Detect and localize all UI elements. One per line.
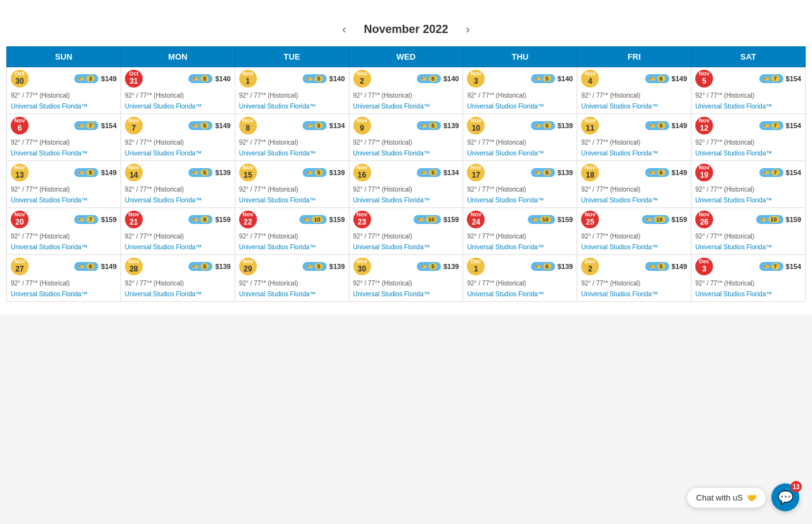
day-number: 3 <box>702 265 707 273</box>
park-link[interactable]: Universal Studios Florida™ <box>353 197 430 204</box>
ticket-badge[interactable]: 🎫5 <box>303 74 327 83</box>
ticket-badge[interactable]: 🎫5 <box>531 74 555 83</box>
park-link[interactable]: Universal Studios Florida™ <box>11 291 88 298</box>
park-link[interactable]: Universal Studios Florida™ <box>695 197 772 204</box>
day-number: 12 <box>700 124 708 133</box>
ticket-badge[interactable]: 🎫10 <box>756 215 783 224</box>
park-link[interactable]: Universal Studios Florida™ <box>353 103 430 110</box>
park-link[interactable]: Universal Studios Florida™ <box>239 103 316 110</box>
month-label: Nov <box>242 71 253 77</box>
day-number: 16 <box>358 171 366 180</box>
cell-top: Dec 2 🎫5 $149 <box>577 255 691 278</box>
calendar-cell: Nov 18 🎫6 $149 92° / 77°* (Historical) U… <box>577 161 691 208</box>
park-link[interactable]: Universal Studios Florida™ <box>125 291 202 298</box>
day-number: 13 <box>15 171 23 180</box>
park-link[interactable]: Universal Studios Florida™ <box>467 150 544 157</box>
cell-weather: 92° / 77°* (Historical) <box>235 184 349 195</box>
date-badge: Nov 7 <box>125 117 143 134</box>
park-link[interactable]: Universal Studios Florida™ <box>11 197 88 204</box>
park-link[interactable]: Universal Studios Florida™ <box>353 244 430 251</box>
ticket-badge[interactable]: 🎫6 <box>531 262 555 271</box>
park-link[interactable]: Universal Studios Florida™ <box>581 197 658 204</box>
ticket-icon: 🎫 <box>763 170 769 176</box>
ticket-badge[interactable]: 🎫7 <box>74 215 98 224</box>
park-link[interactable]: Universal Studios Florida™ <box>125 103 202 110</box>
ticket-badge[interactable]: 🎫5 <box>188 262 213 271</box>
day-number: 3 <box>474 77 478 86</box>
day-number: 19 <box>700 171 708 180</box>
month-label: Nov <box>128 259 139 265</box>
next-month-button[interactable]: › <box>461 20 475 39</box>
ticket-badge[interactable]: 🎫5 <box>645 121 669 130</box>
ticket-badge[interactable]: 🎫5 <box>188 168 213 177</box>
ticket-badge[interactable]: 🎫5 <box>645 262 669 271</box>
cell-top: Nov 18 🎫6 $149 <box>577 161 691 184</box>
crowd-number: 6 <box>657 169 665 176</box>
ticket-badge[interactable]: 🎫6 <box>645 168 669 177</box>
park-link[interactable]: Universal Studios Florida™ <box>581 150 658 157</box>
ticket-badge[interactable]: 🎫7 <box>74 121 98 130</box>
ticket-badge[interactable]: 🎫5 <box>303 262 327 271</box>
cell-weather: 92° / 77°* (Historical) <box>121 184 235 195</box>
ticket-badge[interactable]: 🎫5 <box>74 168 98 177</box>
ticket-badge[interactable]: 🎫3 <box>74 74 98 83</box>
ticket-badge[interactable]: 🎫5 <box>417 168 441 177</box>
ticket-badge[interactable]: 🎫5 <box>531 168 555 177</box>
park-link[interactable]: Universal Studios Florida™ <box>239 150 316 157</box>
month-label: Nov <box>585 71 596 77</box>
ticket-badge[interactable]: 🎫8 <box>188 215 213 224</box>
prev-month-button[interactable]: ‹ <box>337 20 351 39</box>
park-link[interactable]: Universal Studios Florida™ <box>239 244 316 251</box>
park-link[interactable]: Universal Studios Florida™ <box>695 291 772 298</box>
day-number: 14 <box>129 171 138 180</box>
cell-weather: 92° / 77°* (Historical) <box>463 137 577 148</box>
park-link[interactable]: Universal Studios Florida™ <box>239 197 316 204</box>
ticket-badge[interactable]: 🎫7 <box>759 74 783 83</box>
ticket-badge[interactable]: 🎫10 <box>528 215 555 224</box>
cell-weather: 92° / 77°* (Historical) <box>121 231 235 242</box>
ticket-badge[interactable]: 🎫5 <box>303 121 327 130</box>
park-link[interactable]: Universal Studios Florida™ <box>581 291 658 298</box>
ticket-badge[interactable]: 🎫5 <box>417 74 441 83</box>
park-link[interactable]: Universal Studios Florida™ <box>11 103 88 110</box>
price-label: $139 <box>558 263 573 270</box>
ticket-badge[interactable]: 🎫5 <box>188 121 213 130</box>
cell-weather: 92° / 77°* (Historical) <box>577 231 691 242</box>
ticket-badge[interactable]: 🎫5 <box>417 262 441 271</box>
date-badge: Nov 25 <box>581 211 599 228</box>
ticket-badge[interactable]: 🎫7 <box>759 121 783 130</box>
park-link[interactable]: Universal Studios Florida™ <box>695 244 772 251</box>
park-link[interactable]: Universal Studios Florida™ <box>11 244 88 251</box>
park-link[interactable]: Universal Studios Florida™ <box>125 244 202 251</box>
ticket-badge[interactable]: 🎫10 <box>642 215 669 224</box>
ticket-badge[interactable]: 🎫6 <box>645 74 669 83</box>
crowd-number: 10 <box>426 216 437 223</box>
park-link[interactable]: Universal Studios Florida™ <box>467 197 544 204</box>
park-link[interactable]: Universal Studios Florida™ <box>353 150 430 157</box>
park-link[interactable]: Universal Studios Florida™ <box>467 244 544 251</box>
calendar-nav: ‹ November 2022 › <box>6 13 806 46</box>
park-link[interactable]: Universal Studios Florida™ <box>239 291 316 298</box>
crowd-number: 5 <box>543 75 551 82</box>
ticket-badge[interactable]: 🎫10 <box>299 215 327 224</box>
park-link[interactable]: Universal Studios Florida™ <box>467 291 544 298</box>
park-link[interactable]: Universal Studios Florida™ <box>125 150 202 157</box>
park-link[interactable]: Universal Studios Florida™ <box>695 150 772 157</box>
park-link[interactable]: Universal Studios Florida™ <box>11 150 88 157</box>
ticket-badge[interactable]: 🎫5 <box>303 168 327 177</box>
ticket-badge[interactable]: 🎫7 <box>759 168 783 177</box>
park-link[interactable]: Universal Studios Florida™ <box>581 244 658 251</box>
cell-link: Universal Studios Florida™ <box>7 242 121 254</box>
ticket-badge[interactable]: 🎫7 <box>759 262 783 271</box>
park-link[interactable]: Universal Studios Florida™ <box>695 103 772 110</box>
park-link[interactable]: Universal Studios Florida™ <box>581 103 658 110</box>
park-link[interactable]: Universal Studios Florida™ <box>353 291 430 298</box>
park-link[interactable]: Universal Studios Florida™ <box>467 103 544 110</box>
ticket-badge[interactable]: 🎫8 <box>188 74 213 83</box>
month-label: Nov <box>128 212 139 218</box>
ticket-badge[interactable]: 🎫5 <box>417 121 441 130</box>
park-link[interactable]: Universal Studios Florida™ <box>125 197 202 204</box>
ticket-badge[interactable]: 🎫10 <box>414 215 441 224</box>
ticket-badge[interactable]: 🎫6 <box>74 262 98 271</box>
ticket-badge[interactable]: 🎫5 <box>531 121 555 130</box>
